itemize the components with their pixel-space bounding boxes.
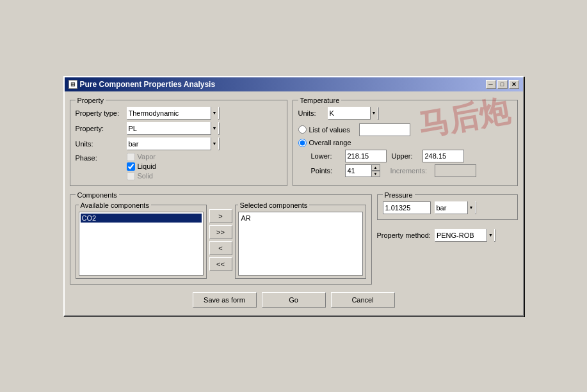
save-button[interactable]: Save as form [193, 292, 257, 308]
property-legend: Property [76, 97, 106, 104]
pressure-legend: Pressure [383, 191, 415, 199]
window-title: Pure Component Properties Analysis [80, 80, 216, 89]
solid-checkbox[interactable] [127, 172, 135, 180]
available-listbox[interactable]: CO2 [79, 212, 204, 276]
remove-all-button[interactable]: << [209, 257, 232, 271]
property-method-label: Property method: [377, 231, 431, 239]
property-label: Property: [76, 125, 127, 132]
add-all-button[interactable]: >> [209, 225, 232, 239]
property-units-select-wrapper: barPakPaatm [127, 137, 220, 150]
temperature-section: Temperature Units: KCFR List of values O… [293, 97, 518, 186]
property-select[interactable]: PLPVHLHV [127, 122, 220, 135]
list-values-input[interactable] [359, 123, 410, 136]
property-select-wrapper: PLPVHLHV [127, 122, 220, 135]
spinner-up[interactable]: ▲ [371, 164, 380, 171]
phase-options: Vapor Liquid Solid [127, 153, 156, 180]
go-button[interactable]: Go [262, 292, 326, 308]
bottom-row: Components Available components CO2 > >>… [70, 191, 518, 285]
pressure-row: barPakPaatm [383, 201, 512, 214]
solid-checkbox-row: Solid [127, 172, 156, 180]
upper-input[interactable] [422, 150, 464, 162]
list-values-radio-row: List of values [298, 123, 512, 136]
transfer-buttons: > >> < << [209, 209, 232, 271]
property-section: Property Property type: ThermodynamicTra… [70, 97, 287, 186]
spinner-down[interactable]: ▼ [371, 171, 380, 177]
lower-label: Lower: [311, 152, 340, 160]
spinner-buttons: ▲ ▼ [371, 164, 380, 177]
pressure-method-section: Pressure barPakPaatm Property method: PE… [377, 191, 518, 285]
property-units-label: Units: [76, 140, 127, 148]
increments-input [435, 164, 476, 177]
selected-components-fieldset: Selected components AR [235, 201, 366, 279]
vapor-checkbox-row: Vapor [127, 153, 156, 161]
main-window: ⊞ Pure Component Properties Analysis ─ □… [63, 76, 524, 317]
temp-units-select-wrapper: KCFR [328, 107, 379, 120]
list-values-radio[interactable] [298, 125, 307, 134]
overall-range-label: Overall range [309, 139, 351, 146]
window-body: 马后炮 Property Property type: Thermodynami… [65, 91, 523, 315]
cancel-button[interactable]: Cancel [331, 292, 395, 308]
solid-label: Solid [138, 172, 153, 180]
property-method-select[interactable]: PENG-ROBIDEALSRK [435, 229, 495, 242]
available-legend: Available components [79, 201, 151, 209]
title-bar-controls: ─ □ ✕ [486, 80, 519, 89]
temp-units-select[interactable]: KCFR [328, 107, 379, 120]
available-components-fieldset: Available components CO2 [76, 201, 207, 279]
points-label: Points: [311, 167, 340, 175]
selected-legend: Selected components [238, 201, 310, 209]
property-method-row: Property method: PENG-ROBIDEALSRK [377, 229, 518, 242]
pressure-units-select[interactable]: barPakPaatm [435, 201, 476, 214]
add-button[interactable]: > [209, 209, 232, 223]
list-item[interactable]: CO2 [81, 214, 202, 223]
property-type-select[interactable]: ThermodynamicTransportOther [127, 107, 220, 120]
phase-row: Phase: Vapor Liquid Solid [76, 153, 282, 180]
temp-units-row: Units: KCFR [298, 107, 512, 120]
lower-input[interactable] [345, 150, 387, 162]
phase-label: Phase: [76, 153, 127, 162]
upper-label: Upper: [392, 152, 417, 160]
components-legend: Components [76, 191, 119, 199]
property-units-select[interactable]: barPakPaatm [127, 137, 220, 150]
pressure-fieldset: Pressure barPakPaatm [377, 191, 518, 220]
points-spinner: ▲ ▼ [345, 164, 380, 177]
title-bar: ⊞ Pure Component Properties Analysis ─ □… [65, 77, 523, 91]
components-section: Components Available components CO2 > >>… [70, 191, 372, 285]
property-units-row: Units: barPakPaatm [76, 137, 282, 150]
increments-label: Increments: [390, 167, 427, 175]
vapor-checkbox[interactable] [127, 153, 135, 161]
liquid-label: Liquid [138, 162, 156, 170]
property-type-row: Property type: ThermodynamicTransportOth… [76, 107, 282, 120]
pressure-input[interactable] [383, 201, 431, 214]
property-method-wrapper: PENG-ROBIDEALSRK [435, 229, 495, 242]
property-type-label: Property type: [76, 109, 127, 117]
liquid-checkbox-row: Liquid [127, 162, 156, 171]
maximize-button[interactable]: □ [497, 80, 508, 89]
list-values-label: List of values [309, 126, 350, 134]
components-inner: Available components CO2 > >> < << Selec… [76, 201, 366, 279]
window-icon: ⊞ [68, 80, 77, 89]
lower-row: Lower: Upper: [311, 150, 512, 162]
selected-listbox[interactable]: AR [238, 212, 363, 276]
vapor-label: Vapor [138, 153, 156, 161]
property-property-row: Property: PLPVHLHV [76, 122, 282, 135]
minimize-button[interactable]: ─ [486, 80, 496, 89]
close-button[interactable]: ✕ [509, 80, 519, 89]
overall-range-radio[interactable] [298, 139, 307, 147]
temp-units-label: Units: [298, 109, 324, 117]
temperature-legend: Temperature [298, 97, 342, 104]
liquid-checkbox[interactable] [127, 162, 135, 171]
pressure-units-wrapper: barPakPaatm [435, 201, 476, 214]
top-row: Property Property type: ThermodynamicTra… [70, 97, 518, 186]
overall-range-section: Lower: Upper: Points: ▲ ▼ [311, 150, 512, 177]
points-row: Points: ▲ ▼ Increments: [311, 164, 512, 177]
list-item[interactable]: AR [240, 214, 361, 223]
property-type-select-wrapper: ThermodynamicTransportOther [127, 107, 220, 120]
overall-range-radio-row: Overall range [298, 139, 512, 147]
action-buttons: Save as form Go Cancel [70, 290, 518, 310]
remove-button[interactable]: < [209, 241, 232, 255]
